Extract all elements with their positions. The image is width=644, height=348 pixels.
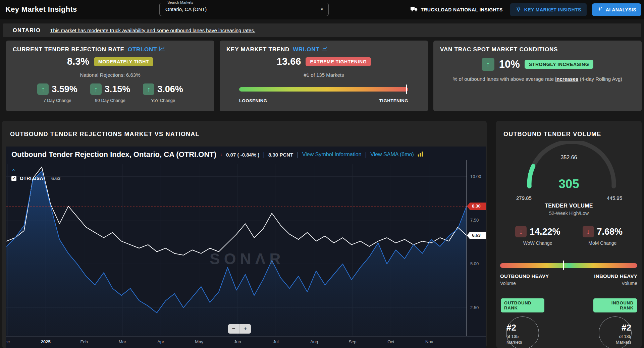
volume-change-stats: ↓ 14.22% WoW Change ↓ 7.68% MoM Change [496,226,642,246]
trend-gradient-bar [239,87,408,92]
search-input[interactable]: Ontario, CA (ONT) [165,6,207,12]
insight-bulb-icon [516,6,521,13]
x-axis-tick: Nov [425,339,433,344]
spot-subtitle: % of outbound lanes with above average r… [433,76,642,82]
outbound-rank-circle: #2 of 135 Markets [506,316,539,348]
legend-checkbox[interactable]: ✓ [11,176,16,181]
rejection-status-badge: MODERATELY TIGHT [94,57,153,66]
y-axis-tick: 7.50 [470,218,479,223]
view-sama-link[interactable]: View SAMA (6mo) [370,152,414,158]
otri-chart: Outbound Tender Rejection Index, Ontario… [6,147,486,348]
van-trac-spot-card: VAN TRAC SPOT MARKET CONDITIONS ↑ 10% ST… [433,41,642,111]
x-axis-tick: 2025 [41,339,51,344]
key-market-trend-card: KEY MARKET TREND WRI.ONT 13.66 EXTREME T… [220,41,428,111]
truck-icon [411,6,418,13]
x-axis-tick: Mar [119,339,126,344]
trend-gradient-scale [239,87,408,92]
tender-volume-gauge [523,141,620,212]
arrow-up-icon: ↑ [482,58,494,71]
gauge-current-value: 305 [496,177,642,191]
truckload-national-insights-button[interactable]: TRUCKLOAD NATIONAL INSIGHTS [409,3,504,16]
chart-title: Outbound Tender Rejection Index, Ontario… [11,150,216,159]
arrow-up-icon: ↑ [90,83,102,95]
view-symbol-information-link[interactable]: View Symbol Information [302,152,362,158]
y-axis-tick: 10.00 [470,174,481,179]
chart-header: Outbound Tender Rejection Index, Ontario… [11,150,483,159]
page-title: Key Market Insights [5,5,77,14]
zoom-in-button[interactable]: + [240,324,251,334]
x-axis: ec2025FebMarAprMayJunJulAugSepOctNov [6,339,467,347]
market-summary-link[interactable]: This market has moderate truck availabil… [50,27,255,33]
stat-yoy: ↑ 3.06% YoY Change [143,83,183,103]
market-name: ONTARIO [13,27,41,34]
outbound-rank: OUTBOUND RANK #2 of 135 Markets [501,298,544,348]
ai-analysis-button[interactable]: AI ANALYSIS [592,3,641,16]
inbound-rank: INBOUND RANK #2 of 135 Markets [593,298,637,348]
market-price-badge: 8.30 [467,202,486,210]
key-market-insights-label: KEY MARKET INSIGHTS [524,7,581,12]
x-axis-tick: May [195,339,203,344]
stat-90-day: ↑ 3.15% 90 Day Change [90,83,130,103]
legend-collapse-icon[interactable]: ^ [12,168,15,174]
x-axis-tick: Sep [348,339,356,344]
line-chart-plot[interactable] [6,147,467,336]
search-markets-label: Search Markets [166,0,195,4]
wri-ont-symbol-link[interactable]: WRI.ONT [293,46,327,53]
y-axis-tick: 2.50 [470,305,479,310]
national-price-badge: 6.63 [467,232,486,239]
rejection-change-stats: ↑ 3.59% 7 Day Change ↑ 3.15% 90 Day Chan… [6,83,214,103]
trend-marker [406,84,407,94]
key-market-insights-button[interactable]: KEY MARKET INSIGHTS [510,3,587,16]
top-nav: TRUCKLOAD NATIONAL INSIGHTS KEY MARKET I… [409,3,641,16]
rejection-card-title: CURRENT TENDER REJECTION RATE [13,46,124,53]
arrow-up-icon: ↑ [143,83,154,95]
legend-series-value: 6.63 [51,176,60,181]
x-axis-line [6,336,486,337]
loosening-label: LOOSENING [239,98,267,103]
tender-rejection-card: CURRENT TENDER REJECTION RATE OTRI.ONT 8… [6,41,214,111]
sonar-watermark: SONΛR [210,250,285,268]
arrow-down-icon: ↓ [515,226,527,237]
gauge-sublabel: 52-Week High/Low [496,211,642,216]
sama-icon [418,152,423,158]
key-market-insights-screen: Key Market Insights Search Markets Ontar… [0,0,644,348]
stat-7-day: ↑ 3.59% 7 Day Change [37,83,77,103]
sparkle-icon [597,6,603,13]
rejections-chart-panel: OUTBOUND TENDER REJECTIONS MARKET VS NAT… [2,121,487,348]
x-axis-tick: ec [6,339,10,344]
x-axis-tick: Oct [387,339,394,344]
y-axis-tick: 5.00 [470,261,479,266]
volume-balance-scale [500,263,637,268]
gauge-top-value: 352.66 [496,155,642,161]
otri-ont-symbol-link[interactable]: OTRI.ONT [128,46,165,53]
wow-change-stat: ↓ 14.22% WoW Change [515,226,560,246]
trend-status-badge: EXTREME TIGHTENING [306,57,371,66]
rejection-rate-value: 8.3% [67,56,89,67]
arrow-up-icon: ↑ [37,83,49,95]
spot-status-badge: STRONGLY INCREASING [525,60,593,69]
search-markets-field[interactable]: Search Markets Ontario, CA (ONT) ▾ [159,3,329,16]
arrow-down-icon: ↓ [583,226,594,237]
x-axis-tick: Jun [234,339,241,344]
outbound-heavy-label: OUTBOUND HEAVY Volume [500,273,549,286]
outbound-tender-volume-panel: OUTBOUND TENDER VOLUME 352.66 305 279.85… [496,121,642,348]
x-axis-tick: Feb [80,339,88,344]
gauge-label: TENDER VOLUME [496,203,642,209]
gauge-max-value: 445.95 [607,195,622,201]
mom-change-stat: ↓ 7.68% MoM Change [583,226,623,246]
national-rejections-text: National Rejections: 6.63% [6,72,214,78]
trend-value: 13.66 [277,56,301,67]
top-bar: Key Market Insights Search Markets Ontar… [0,0,644,19]
balance-marker [563,260,564,270]
chart-line-icon [159,46,165,53]
inbound-rank-circle: #2 of 135 Markets [599,316,632,348]
truckload-label: TRUCKLOAD NATIONAL INSIGHTS [421,7,502,12]
gauge-min-value: 279.85 [516,195,532,201]
arrow-down-icon: ↓ [220,152,222,157]
chart-panel-title: OUTBOUND TENDER REJECTIONS MARKET VS NAT… [10,131,200,138]
volume-panel-title: OUTBOUND TENDER VOLUME [503,131,601,138]
chevron-down-icon[interactable]: ▾ [321,7,323,12]
market-summary-banner: ONTARIO This market has moderate truck a… [3,23,641,37]
zoom-out-button[interactable]: − [228,324,240,334]
chart-line-icon [322,46,327,53]
